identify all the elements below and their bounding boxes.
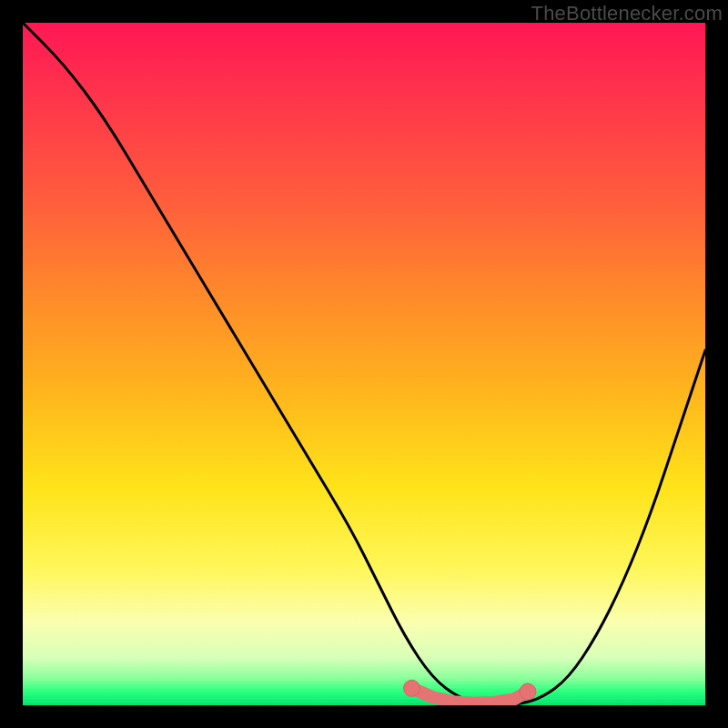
plot-background-gradient — [23, 23, 705, 705]
plot-frame — [23, 23, 705, 705]
